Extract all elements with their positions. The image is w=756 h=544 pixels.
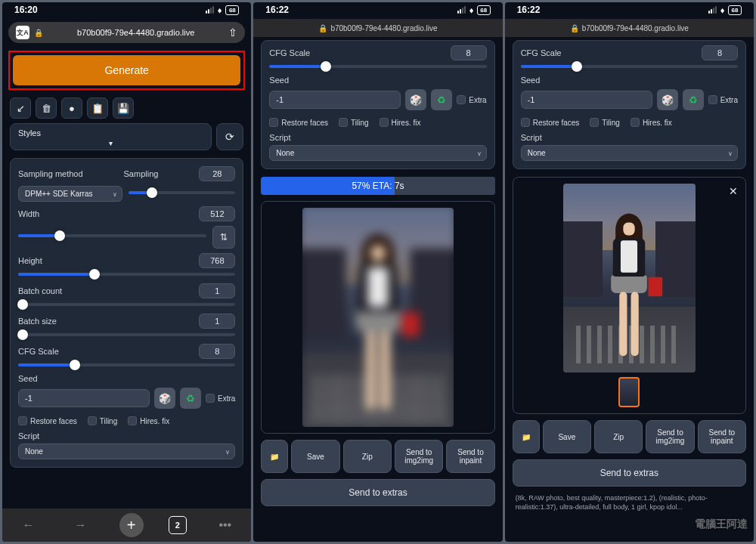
batch-size-label: Batch size — [18, 317, 57, 326]
send-inpaint-button[interactable]: Send to inpaint — [446, 440, 494, 473]
tiling-checkbox[interactable] — [339, 118, 348, 127]
cfg-value[interactable]: 8 — [451, 45, 487, 60]
extra-checkbox[interactable] — [206, 394, 215, 403]
sampling-method-label: Sampling method — [18, 169, 83, 178]
preview-image-loading — [302, 208, 454, 427]
height-value[interactable]: 768 — [199, 253, 235, 268]
script-select[interactable]: None — [521, 145, 738, 161]
dice-button[interactable]: 🎲 — [657, 89, 678, 110]
width-slider[interactable] — [18, 234, 206, 237]
send-extras-button[interactable]: Send to extras — [513, 459, 746, 487]
preview-image[interactable] — [563, 184, 696, 372]
send-img2img-button[interactable]: Send to img2img — [646, 420, 694, 453]
batch-count-slider[interactable] — [18, 303, 235, 306]
menu-button[interactable]: ••• — [212, 514, 239, 536]
dice-button[interactable]: 🎲 — [405, 89, 426, 110]
save-button[interactable]: Save — [543, 420, 591, 453]
url-bar[interactable]: 🔒b70b00f9-79e4-4480.gradio.live — [253, 19, 502, 37]
trash-icon[interactable]: 🗑 — [36, 97, 57, 119]
status-bar: 16:20 ⬧ 68 — [2, 2, 251, 17]
generate-highlight: Generate — [8, 51, 245, 90]
new-tab-button[interactable]: + — [119, 513, 144, 537]
forward-button[interactable]: → — [67, 514, 94, 536]
script-select[interactable]: None — [18, 444, 235, 459]
signal-icon — [206, 6, 214, 14]
sampling-method-select[interactable]: DPM++ SDE Karras — [18, 186, 122, 202]
progress-text: 57% ETA: 7s — [352, 181, 404, 191]
url-text: b70b00f9-79e4-4480.gradio.live — [582, 24, 689, 32]
url-text: b70b00f9-79e4-4480.gradio.live — [48, 28, 224, 37]
tiling-checkbox[interactable] — [88, 416, 97, 425]
seed-input[interactable]: -1 — [18, 389, 150, 407]
folder-button[interactable]: 📁 — [261, 440, 288, 473]
wifi-icon: ⬧ — [217, 5, 222, 15]
cfg-slider[interactable] — [521, 65, 738, 68]
send-inpaint-button[interactable]: Send to inpaint — [698, 420, 746, 453]
record-icon[interactable]: ● — [61, 97, 82, 119]
sampling-steps-label: Sampling — [124, 169, 159, 178]
cfg-value[interactable]: 8 — [702, 45, 738, 60]
url-bar[interactable]: 🔒b70b00f9-79e4-4480.gradio.live — [505, 19, 754, 37]
status-bar: 16:22 ⬧68 — [253, 2, 502, 17]
seed-input[interactable]: -1 — [269, 91, 401, 109]
restore-faces-checkbox[interactable] — [521, 118, 530, 127]
folder-button[interactable]: 📁 — [513, 420, 540, 453]
tiling-checkbox[interactable] — [590, 118, 599, 127]
restore-faces-checkbox[interactable] — [269, 118, 278, 127]
extra-checkbox[interactable] — [457, 95, 466, 104]
batch-count-label: Batch count — [18, 286, 62, 295]
clipboard-icon[interactable]: 📋 — [87, 97, 108, 119]
recycle-button[interactable]: ♻ — [683, 89, 704, 110]
battery-icon: 68 — [728, 5, 742, 15]
batch-size-value[interactable]: 1 — [199, 314, 235, 329]
send-extras-button[interactable]: Send to extras — [261, 479, 494, 506]
translate-icon[interactable]: 文A — [16, 26, 29, 39]
preview-area: ✕ — [513, 177, 746, 414]
url-bar[interactable]: 文A 🔒 b70b00f9-79e4-4480.gradio.live ⇧ — [8, 22, 245, 43]
expand-icon[interactable]: ↙ — [10, 97, 31, 119]
cfg-slider[interactable] — [269, 65, 486, 68]
zip-button[interactable]: Zip — [343, 440, 392, 473]
width-value[interactable]: 512 — [199, 206, 235, 221]
close-button[interactable]: ✕ — [729, 185, 738, 197]
back-button[interactable]: ← — [15, 514, 42, 536]
generate-button[interactable]: Generate — [13, 55, 240, 85]
lock-icon: 🔒 — [34, 29, 43, 37]
script-select[interactable]: None — [269, 145, 486, 161]
cfg-value[interactable]: 8 — [199, 344, 235, 359]
battery-icon: 68 — [225, 5, 239, 15]
cfg-slider[interactable] — [18, 363, 235, 366]
thumbnail[interactable] — [618, 377, 640, 407]
script-label: Script — [269, 133, 486, 142]
progress-bar: 57% ETA: 7s — [261, 177, 494, 195]
refresh-button[interactable]: ⟳ — [216, 123, 243, 150]
dice-button[interactable]: 🎲 — [154, 388, 175, 409]
lock-icon: 🔒 — [570, 24, 579, 32]
seed-input[interactable]: -1 — [521, 91, 652, 109]
hires-checkbox[interactable] — [380, 118, 389, 127]
height-slider[interactable] — [18, 273, 235, 276]
hires-checkbox[interactable] — [631, 118, 640, 127]
send-img2img-button[interactable]: Send to img2img — [395, 440, 443, 473]
styles-select[interactable]: Styles — [10, 123, 212, 150]
recycle-button[interactable]: ♻ — [431, 89, 452, 110]
restore-faces-checkbox[interactable] — [18, 416, 27, 425]
sampling-slider[interactable] — [129, 191, 235, 194]
status-right: ⬧ 68 — [206, 5, 239, 15]
tabs-button[interactable]: 2 — [169, 516, 187, 534]
save-button[interactable]: Save — [291, 440, 339, 473]
settings-panel: CFG Scale 8 Seed -1 🎲 ♻ Extra Restore fa… — [261, 40, 494, 169]
extra-checkbox[interactable] — [708, 95, 717, 104]
width-label: Width — [18, 209, 39, 218]
recycle-button[interactable]: ♻ — [180, 388, 201, 409]
hires-checkbox[interactable] — [128, 416, 137, 425]
batch-count-value[interactable]: 1 — [199, 283, 235, 298]
save-icon[interactable]: 💾 — [113, 97, 134, 119]
batch-size-slider[interactable] — [18, 333, 235, 336]
url-text: b70b00f9-79e4-4480.gradio.live — [330, 24, 437, 32]
browser-nav: ← → + 2 ••• — [2, 508, 251, 542]
sampling-steps-value[interactable]: 28 — [199, 166, 235, 181]
zip-button[interactable]: Zip — [594, 420, 643, 453]
share-icon[interactable]: ⇧ — [228, 26, 237, 39]
swap-dims-button[interactable]: ⇅ — [212, 226, 235, 249]
